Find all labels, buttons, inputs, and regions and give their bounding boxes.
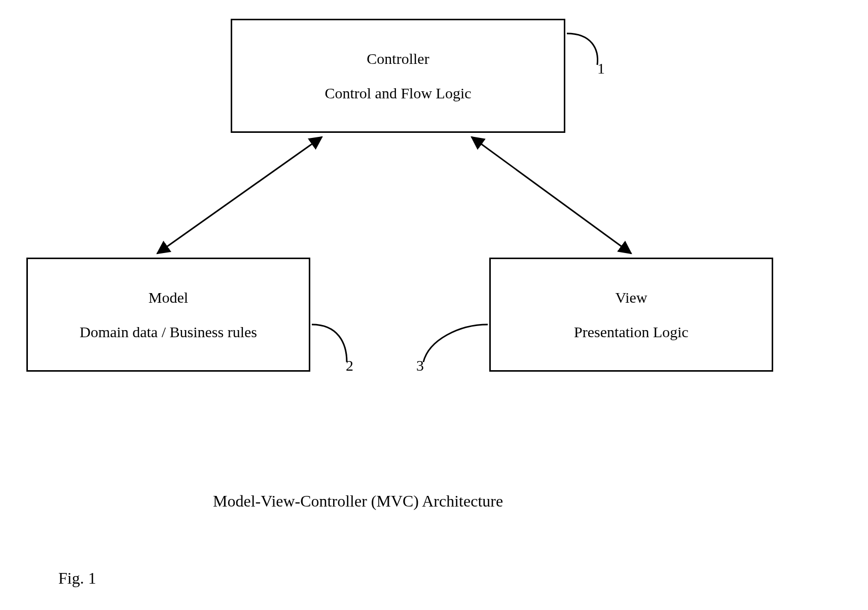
edge-controller-view <box>472 137 631 254</box>
edge-controller-model <box>157 137 322 254</box>
annotation-number-2: 2 <box>346 357 353 374</box>
annotation-number-1: 1 <box>597 60 605 77</box>
leader-curve-1 <box>567 33 598 65</box>
node-model-title: Model <box>149 289 188 307</box>
leader-curve-2 <box>312 325 347 362</box>
diagram-caption: Model-View-Controller (MVC) Architecture <box>213 492 503 511</box>
node-model-subtitle: Domain data / Business rules <box>80 323 257 341</box>
node-view-title: View <box>615 289 647 307</box>
diagram-canvas: Controller Control and Flow Logic Model … <box>0 0 868 610</box>
node-controller-subtitle: Control and Flow Logic <box>324 84 471 102</box>
node-view-subtitle: Presentation Logic <box>574 323 689 341</box>
node-view: View Presentation Logic <box>489 258 773 372</box>
node-controller: Controller Control and Flow Logic <box>231 19 565 133</box>
node-model: Model Domain data / Business rules <box>26 258 310 372</box>
node-controller-title: Controller <box>367 50 429 68</box>
annotation-number-3: 3 <box>416 357 424 374</box>
figure-label: Fig. 1 <box>58 569 96 588</box>
leader-curve-3 <box>423 325 488 362</box>
